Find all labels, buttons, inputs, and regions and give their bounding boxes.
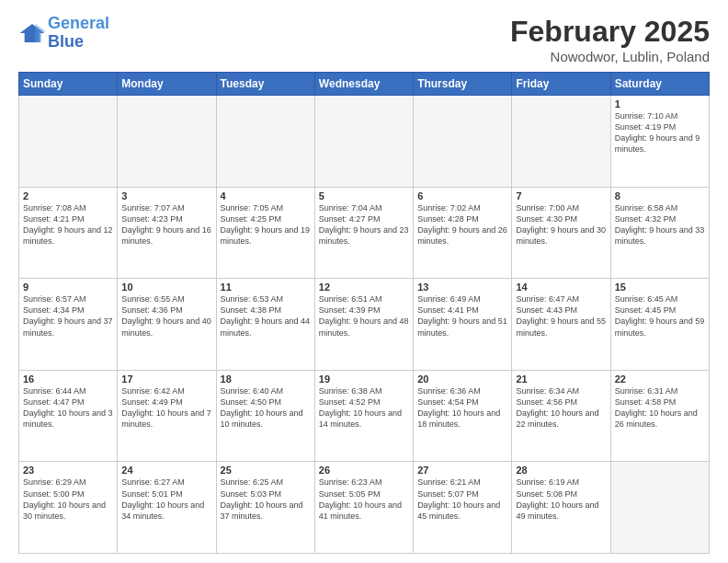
day-info: Sunrise: 6:44 AM Sunset: 4:47 PM Dayligh… (23, 385, 113, 431)
calendar-cell: 7Sunrise: 7:00 AM Sunset: 4:30 PM Daylig… (512, 187, 610, 279)
logo-text: General Blue (48, 15, 109, 52)
calendar-cell: 19Sunrise: 6:38 AM Sunset: 4:52 PM Dayli… (314, 370, 413, 462)
day-number: 25 (221, 465, 311, 476)
day-number: 21 (516, 373, 606, 385)
calendar-week-0: 1Sunrise: 7:10 AM Sunset: 4:19 PM Daylig… (19, 96, 710, 188)
calendar-week-1: 2Sunrise: 7:08 AM Sunset: 4:21 PM Daylig… (19, 187, 710, 279)
calendar-cell: 26Sunrise: 6:23 AM Sunset: 5:05 PM Dayli… (314, 462, 413, 554)
calendar-cell: 21Sunrise: 6:34 AM Sunset: 4:56 PM Dayli… (512, 370, 610, 462)
day-info: Sunrise: 6:38 AM Sunset: 4:52 PM Dayligh… (319, 385, 409, 431)
calendar-cell: 27Sunrise: 6:21 AM Sunset: 5:07 PM Dayli… (414, 462, 512, 554)
day-number: 2 (23, 190, 113, 201)
day-number: 20 (417, 373, 507, 385)
calendar-cell: 16Sunrise: 6:44 AM Sunset: 4:47 PM Dayli… (19, 370, 118, 462)
calendar-cell (512, 96, 610, 188)
calendar-week-2: 9Sunrise: 6:57 AM Sunset: 4:34 PM Daylig… (19, 279, 710, 371)
calendar-header-row: Sunday Monday Tuesday Wednesday Thursday… (19, 73, 710, 96)
day-number: 22 (615, 373, 705, 385)
logo: General Blue (18, 15, 109, 52)
calendar-cell: 6Sunrise: 7:02 AM Sunset: 4:28 PM Daylig… (414, 187, 512, 279)
col-sunday: Sunday (19, 73, 118, 96)
calendar-cell: 5Sunrise: 7:04 AM Sunset: 4:27 PM Daylig… (314, 187, 413, 279)
day-number: 7 (516, 190, 606, 201)
day-info: Sunrise: 6:36 AM Sunset: 4:54 PM Dayligh… (417, 385, 507, 431)
day-info: Sunrise: 6:49 AM Sunset: 4:41 PM Dayligh… (417, 293, 507, 339)
day-number: 1 (615, 98, 705, 109)
day-number: 14 (516, 282, 606, 293)
day-number: 13 (417, 282, 507, 293)
calendar-cell: 10Sunrise: 6:55 AM Sunset: 4:36 PM Dayli… (118, 279, 216, 371)
day-number: 11 (221, 282, 311, 293)
calendar-cell: 4Sunrise: 7:05 AM Sunset: 4:25 PM Daylig… (216, 187, 314, 279)
day-number: 4 (221, 190, 311, 201)
day-info: Sunrise: 6:25 AM Sunset: 5:03 PM Dayligh… (221, 477, 311, 522)
calendar-cell: 20Sunrise: 6:36 AM Sunset: 4:54 PM Dayli… (414, 370, 512, 462)
day-number: 12 (319, 282, 409, 293)
day-number: 28 (516, 465, 606, 476)
day-number: 16 (23, 373, 113, 385)
day-number: 17 (121, 373, 211, 385)
day-info: Sunrise: 7:07 AM Sunset: 4:23 PM Dayligh… (121, 202, 211, 247)
calendar-cell: 22Sunrise: 6:31 AM Sunset: 4:58 PM Dayli… (610, 370, 709, 462)
day-number: 18 (221, 373, 311, 385)
day-info: Sunrise: 7:04 AM Sunset: 4:27 PM Dayligh… (319, 202, 409, 247)
day-info: Sunrise: 7:08 AM Sunset: 4:21 PM Dayligh… (23, 202, 113, 247)
day-number: 27 (417, 465, 507, 476)
calendar-cell: 18Sunrise: 6:40 AM Sunset: 4:50 PM Dayli… (216, 370, 314, 462)
day-number: 10 (121, 282, 211, 293)
calendar-cell: 8Sunrise: 6:58 AM Sunset: 4:32 PM Daylig… (610, 187, 709, 279)
day-info: Sunrise: 7:05 AM Sunset: 4:25 PM Dayligh… (221, 202, 311, 247)
day-number: 6 (417, 190, 507, 201)
day-number: 24 (121, 465, 211, 476)
day-info: Sunrise: 6:47 AM Sunset: 4:43 PM Dayligh… (516, 293, 606, 339)
calendar-week-3: 16Sunrise: 6:44 AM Sunset: 4:47 PM Dayli… (19, 370, 710, 462)
col-saturday: Saturday (610, 73, 709, 96)
calendar-cell: 9Sunrise: 6:57 AM Sunset: 4:34 PM Daylig… (19, 279, 118, 371)
title-block: February 2025 Nowodwor, Lublin, Poland (510, 15, 710, 64)
calendar-cell (610, 462, 709, 554)
calendar-cell (118, 96, 216, 188)
day-number: 9 (23, 282, 113, 293)
calendar-cell: 14Sunrise: 6:47 AM Sunset: 4:43 PM Dayli… (512, 279, 610, 371)
subtitle: Nowodwor, Lublin, Poland (510, 49, 710, 64)
col-friday: Friday (512, 73, 610, 96)
calendar-cell: 23Sunrise: 6:29 AM Sunset: 5:00 PM Dayli… (19, 462, 118, 554)
day-info: Sunrise: 6:42 AM Sunset: 4:49 PM Dayligh… (121, 385, 211, 431)
calendar-cell: 24Sunrise: 6:27 AM Sunset: 5:01 PM Dayli… (118, 462, 216, 554)
calendar-cell (19, 96, 118, 188)
day-number: 19 (319, 373, 409, 385)
day-number: 26 (319, 465, 409, 476)
day-info: Sunrise: 6:53 AM Sunset: 4:38 PM Dayligh… (221, 293, 311, 339)
calendar-cell: 17Sunrise: 6:42 AM Sunset: 4:49 PM Dayli… (118, 370, 216, 462)
day-info: Sunrise: 6:21 AM Sunset: 5:07 PM Dayligh… (417, 477, 507, 522)
calendar-week-4: 23Sunrise: 6:29 AM Sunset: 5:00 PM Dayli… (19, 462, 710, 554)
day-info: Sunrise: 6:29 AM Sunset: 5:00 PM Dayligh… (23, 477, 113, 522)
calendar-cell: 1Sunrise: 7:10 AM Sunset: 4:19 PM Daylig… (610, 96, 709, 188)
day-info: Sunrise: 7:00 AM Sunset: 4:30 PM Dayligh… (516, 202, 606, 247)
day-number: 8 (615, 190, 705, 201)
day-info: Sunrise: 6:34 AM Sunset: 4:56 PM Dayligh… (516, 385, 606, 431)
day-info: Sunrise: 6:23 AM Sunset: 5:05 PM Dayligh… (319, 477, 409, 522)
day-number: 3 (121, 190, 211, 201)
day-info: Sunrise: 6:45 AM Sunset: 4:45 PM Dayligh… (615, 293, 705, 339)
day-info: Sunrise: 6:55 AM Sunset: 4:36 PM Dayligh… (121, 293, 211, 339)
day-number: 23 (23, 465, 113, 476)
day-info: Sunrise: 6:57 AM Sunset: 4:34 PM Dayligh… (23, 293, 113, 339)
calendar-cell: 3Sunrise: 7:07 AM Sunset: 4:23 PM Daylig… (118, 187, 216, 279)
calendar-cell (216, 96, 314, 188)
main-title: February 2025 (510, 15, 710, 49)
col-thursday: Thursday (414, 73, 512, 96)
logo-blue: Blue (48, 32, 84, 51)
col-tuesday: Tuesday (216, 73, 314, 96)
day-info: Sunrise: 7:02 AM Sunset: 4:28 PM Dayligh… (417, 202, 507, 247)
day-number: 5 (319, 190, 409, 201)
calendar-cell: 13Sunrise: 6:49 AM Sunset: 4:41 PM Dayli… (414, 279, 512, 371)
calendar-cell: 25Sunrise: 6:25 AM Sunset: 5:03 PM Dayli… (216, 462, 314, 554)
calendar-cell: 15Sunrise: 6:45 AM Sunset: 4:45 PM Dayli… (610, 279, 709, 371)
day-info: Sunrise: 6:19 AM Sunset: 5:08 PM Dayligh… (516, 477, 606, 522)
day-number: 15 (615, 282, 705, 293)
calendar-cell (414, 96, 512, 188)
day-info: Sunrise: 7:10 AM Sunset: 4:19 PM Dayligh… (615, 110, 705, 155)
calendar-cell: 12Sunrise: 6:51 AM Sunset: 4:39 PM Dayli… (314, 279, 413, 371)
col-monday: Monday (118, 73, 216, 96)
